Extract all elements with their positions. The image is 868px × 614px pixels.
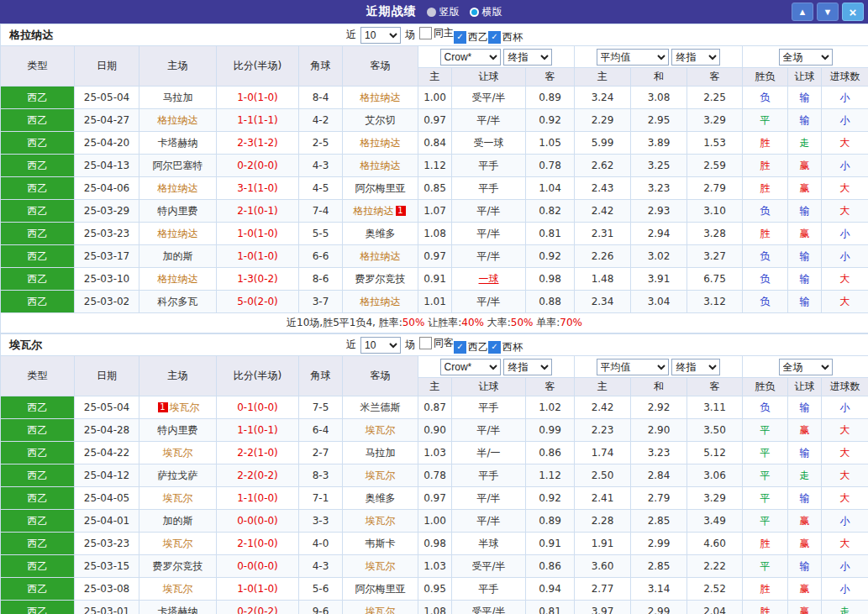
filter-checkbox[interactable]: ✓西杯 (488, 340, 523, 354)
avg-odds-draw: 3.02 (631, 245, 687, 268)
checkbox-icon[interactable]: ✓ (454, 31, 466, 44)
radio-label: 横版 (482, 5, 502, 19)
goals-outcome: 大 (822, 132, 868, 155)
match-score: 1-1(0-0) (217, 487, 299, 510)
recent-label-prefix: 近 (346, 338, 356, 352)
team-name-text: 格拉纳达 (360, 160, 401, 171)
handicap-odds-home: 0.95 (418, 578, 452, 601)
handicap-line: 平/半 (452, 245, 526, 268)
handicap-odds-home: 1.00 (418, 87, 452, 109)
away-team: 米兰德斯 (343, 396, 418, 419)
team-name-text: 特内里费 (158, 205, 198, 217)
match-score: 1-0(1-0) (217, 578, 299, 601)
match-date: 25-03-29 (75, 200, 139, 223)
move-up-button[interactable]: ▲ (792, 3, 813, 21)
radio-icon[interactable] (427, 8, 436, 17)
filter-checkbox[interactable]: ✓西杯 (488, 30, 523, 45)
checkbox-label: 同主 (434, 26, 454, 40)
checkbox-icon[interactable]: ✓ (488, 31, 501, 44)
avg-odds-select[interactable]: 平均值 (597, 49, 669, 66)
move-down-button[interactable]: ▼ (817, 3, 839, 21)
avg-odds-home: 2.23 (575, 419, 631, 442)
col-header-handicap-result: 让球 (788, 68, 822, 87)
titlebar: 近期战绩 竖版 横版 ▲ ▼ × (0, 0, 868, 24)
odds-stage-select[interactable]: 终指 (503, 359, 552, 375)
goals-outcome: 大 (822, 533, 868, 555)
avg-stage-select[interactable]: 终指 (671, 49, 720, 66)
handicap-outcome: 输 (788, 442, 822, 464)
radio-vertical-layout[interactable]: 竖版 (427, 5, 460, 19)
radio-horizontal-layout[interactable]: 横版 (470, 5, 502, 19)
away-team: 格拉纳达 (343, 155, 418, 177)
col-header-avg-home: 主 (575, 68, 631, 87)
match-date: 25-04-01 (75, 510, 139, 533)
league-type: 西乙 (1, 396, 75, 419)
home-team: 加的斯 (139, 245, 217, 268)
scope-select[interactable]: 全场 (779, 49, 833, 66)
titlebar-center: 近期战绩 竖版 横版 (0, 4, 868, 19)
team-name-text: 埃瓦尔 (366, 515, 396, 527)
league-type: 西乙 (1, 510, 75, 533)
away-team: 艾尔切 (343, 109, 418, 132)
corner-count: 9-6 (299, 601, 343, 614)
col-header-date: 日期 (75, 356, 139, 396)
checkbox-icon[interactable] (419, 337, 432, 349)
filter-checkbox[interactable]: ✓西乙 (454, 340, 488, 354)
avg-odds-select[interactable]: 平均值 (597, 359, 669, 375)
avg-odds-away: 3.12 (687, 291, 743, 313)
avg-odds-home: 1.48 (575, 268, 631, 291)
odds-stage-select[interactable]: 终指 (503, 49, 552, 66)
match-date: 25-04-27 (75, 109, 139, 132)
handicap-odds-away: 0.92 (526, 245, 575, 268)
avg-odds-draw: 2.85 (631, 555, 687, 578)
result-outcome: 胜 (743, 533, 788, 555)
league-type: 西乙 (1, 200, 75, 223)
match-score: 2-1(0-1) (217, 200, 299, 223)
avg-odds-draw: 2.95 (631, 109, 687, 132)
away-team: 格拉纳达 (343, 291, 418, 313)
summary-part: 让胜率: (424, 317, 461, 328)
match-score: 0-0(0-0) (217, 510, 299, 533)
filter-checkbox[interactable]: 同主 (419, 26, 454, 40)
match-row: 西乙25-04-27格拉纳达1-1(1-1)4-2艾尔切0.97平/半0.922… (1, 109, 868, 132)
handicap-odds-home: 1.03 (418, 442, 452, 464)
close-button[interactable]: × (842, 3, 864, 21)
checkbox-icon[interactable] (419, 27, 432, 39)
recent-count-select[interactable]: 10 (360, 337, 401, 354)
home-team: 特内里费 (139, 419, 217, 442)
team-name-text: 埃瓦尔 (163, 583, 193, 595)
team-name-text: 埃瓦尔 (163, 538, 193, 549)
home-team: 费罗尔竞技 (139, 555, 217, 578)
league-type: 西乙 (1, 464, 75, 487)
avg-odds-draw: 2.84 (631, 464, 687, 487)
handicap-odds-away: 1.04 (526, 177, 575, 200)
handicap-odds-home: 0.84 (418, 132, 452, 155)
handicap-line: 半/一 (452, 442, 526, 464)
team-name-text: 奥维多 (366, 228, 396, 239)
match-score: 2-2(0-2) (217, 464, 299, 487)
odds-company-select[interactable]: Crow* (440, 359, 501, 375)
goals-outcome: 小 (822, 578, 868, 601)
radio-icon[interactable] (470, 8, 479, 17)
corner-count: 7-4 (299, 200, 343, 223)
avg-odds-away: 3.49 (687, 510, 743, 533)
col-header-avg-home: 主 (575, 378, 631, 396)
handicap-line: 平手 (452, 464, 526, 487)
result-outcome: 平 (743, 464, 788, 487)
avg-odds-away: 5.12 (687, 442, 743, 464)
checkbox-icon[interactable]: ✓ (488, 341, 501, 354)
handicap-odds-away: 0.98 (526, 268, 575, 291)
col-header-corner: 角球 (299, 46, 343, 87)
filter-checkbox[interactable]: ✓西乙 (454, 30, 488, 45)
league-type: 西乙 (1, 177, 75, 200)
checkbox-icon[interactable]: ✓ (454, 341, 466, 354)
filter-checkbox[interactable]: 同客 (419, 336, 454, 350)
handicap-outcome: 输 (788, 87, 822, 109)
odds-company-select[interactable]: Crow* (440, 49, 501, 66)
handicap-line: 平手 (452, 177, 526, 200)
recent-count-select[interactable]: 10 (360, 27, 401, 44)
avg-odds-home: 1.91 (575, 533, 631, 555)
avg-stage-select[interactable]: 终指 (671, 359, 720, 375)
result-outcome: 平 (743, 419, 788, 442)
scope-select[interactable]: 全场 (779, 359, 833, 375)
